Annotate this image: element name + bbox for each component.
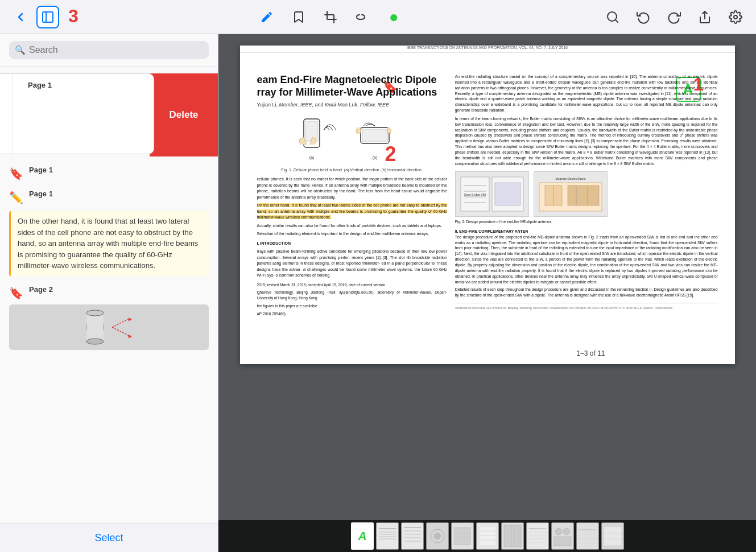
crop-button[interactable] [319,6,342,28]
right-col-end-fire-body: The design procedure of the proposed end… [455,234,718,285]
toolbar-left [9,6,59,28]
svg-point-53 [434,533,441,539]
page-counter: 1–3 of 11 [572,348,609,359]
svg-rect-16 [305,121,318,141]
svg-point-74 [563,528,570,535]
bookmark-button[interactable] [287,6,310,28]
right-col-butler: In terms of the beam-forming network, th… [455,116,718,167]
pdf-intro-body: rrays with passive beam-forming active c… [257,249,447,279]
svg-rect-65 [513,525,521,547]
page2-info: Page 2 [29,285,53,294]
back-button[interactable] [9,6,32,28]
pdf-title: eam End-Fire Magnetoelectric Dipole rray… [257,74,447,98]
svg-line-11 [112,319,129,327]
right-col-end-fire-heading: II. END-FIRE COMPLEMENTARY ANTEN [455,229,718,234]
page2-thumbnail-image [9,304,209,350]
svg-rect-59 [479,526,496,546]
svg-text:(a): (a) [309,155,314,160]
pdf-figure-1: (a) (b) [257,113,447,172]
annotate-button[interactable] [255,6,278,28]
search-icon: 🔍 [15,45,26,55]
svg-text:(b): (b) [372,155,377,160]
svg-line-12 [112,327,129,336]
toolbar-center: ● [64,6,597,28]
annot2-label: Page 1 [29,190,53,198]
svg-text:Magneto-Electric Dipole: Magneto-Electric Dipole [555,177,585,180]
annot1-label: Page 1 [29,166,53,174]
strip-thumb-4[interactable] [426,522,449,550]
strip-thumb-6[interactable] [476,522,499,550]
delete-action[interactable]: Delete [150,73,218,156]
strip-thumb-8-svg [527,523,548,549]
strip-thumb-7[interactable] [501,522,524,550]
strip-thumb-1[interactable]: A [351,522,374,550]
svg-rect-45 [402,523,423,549]
settings-button[interactable] [724,6,747,28]
strip-thumb-2[interactable] [376,522,399,550]
pdf-right-column: An end-fire radiating structure based on… [455,74,718,319]
pencil-icon: ✏️ [9,191,23,204]
strip-thumb-3-svg [402,523,423,549]
svg-rect-2 [327,15,334,19]
strip-thumb-9[interactable] [551,522,574,550]
page2-thumbnail-wrap[interactable] [0,304,218,357]
svg-text:A: A [357,529,366,542]
pdf-body-selection: Selection of the radiating element is im… [257,231,447,237]
svg-rect-39 [377,523,398,549]
svg-rect-76 [577,523,598,549]
svg-line-4 [615,19,618,22]
annotation-item-bookmark[interactable]: 🔖 Page 1 [0,161,218,185]
strip-thumb-2-svg [377,523,398,549]
strip-thumb-5[interactable] [451,522,474,550]
pdf-page-1: IEEE TRANSACTIONS ON ANTENNAS AND PROPAG… [240,46,735,364]
pdf-ap-ref: AP 2016 255460) [257,311,447,317]
svg-rect-82 [604,526,622,546]
share-button[interactable] [693,6,716,28]
dot-button[interactable]: ● [383,6,406,28]
pdf-pages[interactable]: IEEE TRANSACTIONS ON ANTENNAS AND PROPAG… [218,34,756,520]
pdf-figure-caption: Fig. 1. Cellular phone held in hand. (a)… [257,168,447,172]
svg-rect-55 [455,528,470,545]
annotation-pencil-info: Page 1 [29,190,53,198]
sidebar: 🔍 Delete A Page 1 [0,34,218,552]
strip-thumb-4-svg [427,523,448,549]
strip-thumb-10-svg [577,523,598,549]
page2-bookmark-icon: 🔖 [9,286,23,300]
strip-thumb-1-svg: A [352,523,373,549]
strip-thumb-9-svg [552,523,573,549]
annotation-item-pencil[interactable]: ✏️ Page 1 [0,185,218,209]
select-button[interactable]: Select [94,532,123,544]
sidebar-toggle-button[interactable] [36,6,59,28]
right-fig-svg: Open-Ended SIW with E Substrate [458,174,526,214]
pdf-intro-heading: I. INTRODUCTION [257,241,447,247]
page1-thumbnail-card[interactable]: A Page 1 [0,73,154,154]
search-input[interactable] [29,45,203,55]
pdf-journal-header: IEEE TRANSACTIONS ON ANTENNAS AND PROPAG… [240,46,735,52]
main-area: 🔍 Delete A Page 1 [0,34,756,552]
strip-thumb-3[interactable] [401,522,424,550]
content-area: IEEE TRANSACTIONS ON ANTENNAS AND PROPAG… [218,34,756,552]
svg-text:Open-Ended SIW: Open-Ended SIW [464,193,486,196]
svg-rect-19 [362,129,387,142]
strip-thumb-11-svg [602,523,623,549]
pdf-doi-info: the figures in this paper are available [257,303,447,309]
highlight-text-block[interactable]: On the other hand, it is found that at l… [9,211,209,276]
pdf-date-info: 2015; revised March 31, 2016; accepted A… [257,282,447,288]
right-fig-svg-2: Magneto-Electric Dipole [536,174,605,214]
lasso-button[interactable] [351,6,374,28]
page2-label: Page 2 [29,285,53,294]
strip-thumb-8[interactable] [526,522,549,550]
search-input-wrap[interactable]: 🔍 [9,41,209,59]
svg-rect-75 [554,537,571,546]
undo-button[interactable] [632,6,655,28]
svg-rect-66 [527,523,548,549]
badge-1: 1 [693,74,704,95]
strip-thumb-10[interactable] [576,522,599,550]
cylinder-sketch [81,307,138,347]
strip-thumb-11[interactable] [601,522,624,550]
redo-button[interactable] [663,6,685,28]
right-col-intro: An end-fire radiating structure based on… [455,74,718,113]
pdf-left-column: eam End-Fire Magnetoelectric Dipole rray… [257,74,447,319]
search-button[interactable] [601,6,624,28]
pdf-body-after: Actually, similar results can also be fo… [257,223,447,229]
